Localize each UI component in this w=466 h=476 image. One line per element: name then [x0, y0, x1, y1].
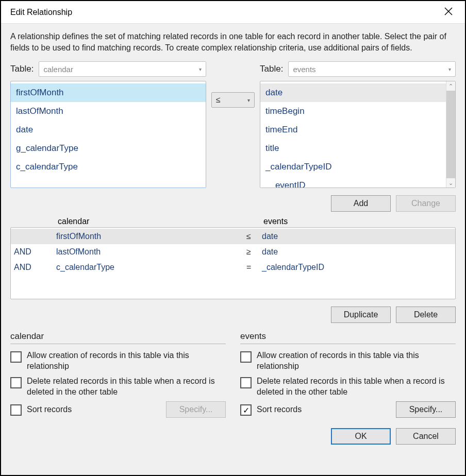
criteria-logic: AND	[14, 247, 56, 257]
right-sort-records-label: Sort records	[257, 404, 391, 415]
right-options-title: events	[240, 331, 456, 344]
right-field-item[interactable]: timeEnd	[260, 121, 446, 139]
left-table-label: Table:	[10, 64, 34, 74]
left-sort-records-checkbox[interactable]	[10, 404, 22, 416]
left-allow-creation-checkbox[interactable]	[10, 351, 22, 363]
edit-relationship-dialog: Edit Relationship A relationship defines…	[0, 0, 466, 476]
right-field-item[interactable]: __eventID	[260, 176, 446, 188]
right-field-item[interactable]: title	[260, 139, 446, 158]
right-table-name: events	[293, 65, 315, 74]
left-field-item[interactable]: g_calendarType	[11, 139, 206, 158]
left-field-item[interactable]: date	[11, 121, 206, 139]
left-table-name: calendar	[43, 65, 73, 74]
left-options-title: calendar	[10, 331, 226, 344]
criteria-left-field: c_calendarType	[56, 263, 246, 272]
scroll-thumb[interactable]	[446, 91, 455, 178]
add-button[interactable]: Add	[331, 195, 391, 212]
close-button[interactable]	[438, 7, 459, 17]
dialog-title: Edit Relationship	[10, 8, 438, 17]
criteria-right-field: date	[262, 232, 452, 241]
left-field-list[interactable]: firstOfMonth lastOfMonth date g_calendar…	[10, 81, 206, 188]
criteria-left-field: firstOfMonth	[56, 232, 246, 241]
cancel-button[interactable]: Cancel	[396, 428, 456, 445]
change-button[interactable]: Change	[396, 195, 456, 212]
right-field-item[interactable]: timeBegin	[260, 102, 446, 121]
right-allow-creation-label: Allow creation of records in this table …	[257, 350, 456, 372]
criteria-operator: =	[246, 263, 262, 272]
left-field-item[interactable]: firstOfMonth	[11, 83, 206, 102]
criteria-right-field: _calendarTypeID	[262, 263, 452, 272]
operator-value: ≤	[216, 95, 221, 105]
criteria-operator: ≥	[246, 247, 262, 257]
criteria-row[interactable]: firstOfMonth ≤ date	[11, 229, 455, 244]
left-sort-records-label: Sort records	[27, 404, 161, 415]
right-table-dropdown[interactable]: events ▾	[288, 61, 456, 77]
criteria-row[interactable]: AND lastOfMonth ≥ date	[11, 244, 455, 260]
right-delete-related-label: Delete related records in this table whe…	[257, 376, 456, 398]
right-field-item[interactable]: _calendarTypeID	[260, 158, 446, 176]
dialog-description: A relationship defines the set of matchi…	[10, 31, 456, 53]
criteria-list[interactable]: firstOfMonth ≤ date AND lastOfMonth ≥ da…	[10, 227, 456, 299]
ok-button[interactable]: OK	[331, 428, 391, 445]
chevron-down-icon: ▾	[448, 66, 451, 72]
delete-button[interactable]: Delete	[396, 307, 456, 323]
right-allow-creation-checkbox[interactable]	[240, 351, 252, 363]
titlebar: Edit Relationship	[1, 1, 465, 24]
criteria-row[interactable]: AND c_calendarType = _calendarTypeID	[11, 260, 455, 275]
right-field-list[interactable]: date timeBegin timeEnd title _calendarTy…	[260, 81, 456, 188]
criteria-header-right: events	[263, 217, 454, 226]
right-delete-related-checkbox[interactable]	[240, 377, 252, 388]
duplicate-button[interactable]: Duplicate	[331, 307, 391, 323]
left-field-item[interactable]: lastOfMonth	[11, 102, 206, 121]
left-allow-creation-label: Allow creation of records in this table …	[27, 350, 226, 372]
left-delete-related-label: Delete related records in this table whe…	[27, 376, 226, 398]
criteria-right-field: date	[262, 247, 452, 257]
operator-dropdown[interactable]: ≤ ▾	[211, 92, 255, 108]
right-field-item[interactable]: date	[260, 83, 446, 102]
criteria-header-left: calendar	[58, 217, 248, 226]
right-table-label: Table:	[260, 64, 283, 74]
left-specify-button[interactable]: Specify...	[166, 401, 226, 418]
criteria-logic: AND	[14, 263, 56, 272]
criteria-operator: ≤	[246, 232, 262, 241]
scroll-up-icon[interactable]: ⌃	[446, 81, 455, 91]
left-field-item[interactable]: c_calendarType	[11, 158, 206, 176]
left-delete-related-checkbox[interactable]	[10, 377, 22, 388]
right-sort-records-checkbox[interactable]: ✓	[240, 404, 252, 416]
scrollbar[interactable]: ⌃ ⌄	[446, 81, 455, 188]
criteria-left-field: lastOfMonth	[56, 247, 246, 257]
left-table-dropdown[interactable]: calendar ▾	[39, 61, 206, 77]
chevron-down-icon: ▾	[199, 66, 202, 72]
chevron-down-icon: ▾	[247, 97, 250, 103]
close-icon	[444, 7, 453, 15]
right-specify-button[interactable]: Specify...	[396, 401, 456, 418]
scroll-down-icon[interactable]: ⌄	[446, 178, 455, 188]
